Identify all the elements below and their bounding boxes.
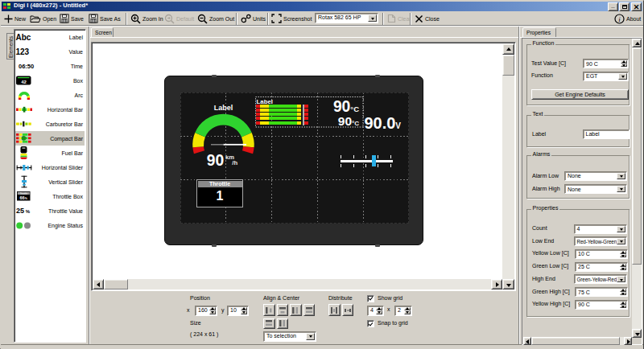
svg-text:i: i (618, 15, 621, 23)
